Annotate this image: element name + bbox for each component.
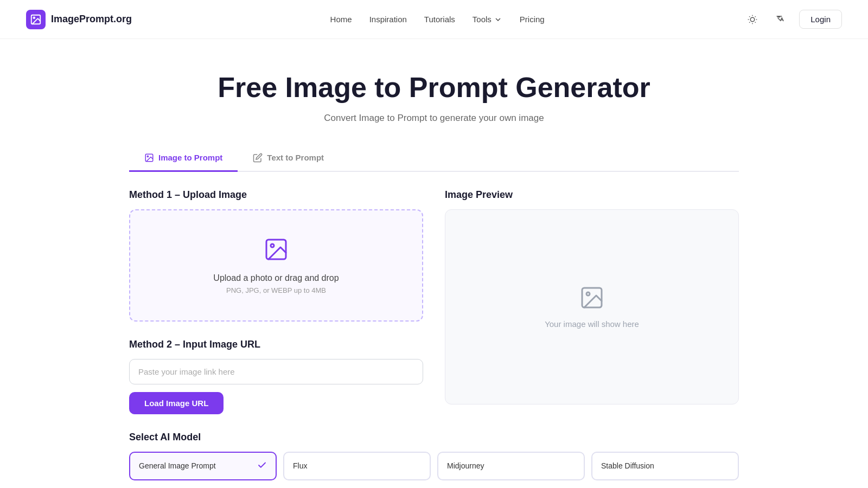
svg-point-2 <box>751 17 755 22</box>
model-check-icon <box>257 460 267 472</box>
nav-tutorials[interactable]: Tutorials <box>424 15 455 24</box>
nav-pricing[interactable]: Pricing <box>520 15 545 24</box>
hero-section: Free Image to Prompt Generator Convert I… <box>0 39 868 145</box>
language-toggle-button[interactable] <box>771 10 790 29</box>
svg-point-14 <box>271 244 274 247</box>
upload-subtext: PNG, JPG, or WEBP up to 4MB <box>143 286 409 294</box>
model-card-stable-diffusion[interactable]: Stable Diffusion <box>591 452 739 480</box>
right-panel: Image Preview Your image will show here <box>445 189 739 404</box>
model-section-title: Select AI Model <box>129 432 739 443</box>
hero-title: Free Image to Prompt Generator <box>26 72 842 104</box>
svg-point-12 <box>147 156 148 157</box>
load-url-button[interactable]: Load Image URL <box>129 392 224 414</box>
model-section: Select AI Model General Image Prompt Flu… <box>129 432 739 480</box>
tab-image-to-prompt[interactable]: Image to Prompt <box>129 145 238 172</box>
image-url-input[interactable] <box>129 359 423 384</box>
nav-tools-dropdown[interactable]: Tools <box>473 15 502 24</box>
logo-icon <box>26 10 46 29</box>
translate-icon <box>776 15 786 24</box>
upload-text: Upload a photo or drag and drop <box>143 273 409 283</box>
content-grid: Method 1 – Upload Image Upload a photo o… <box>129 189 739 414</box>
preview-section-title: Image Preview <box>445 189 739 201</box>
nav-inspiration[interactable]: Inspiration <box>369 15 407 24</box>
logo-text: ImagePrompt.org <box>51 14 132 25</box>
tabs-container: Image to Prompt Text to Prompt <box>129 145 739 172</box>
logo-link[interactable]: ImagePrompt.org <box>26 10 132 29</box>
main-container: Image to Prompt Text to Prompt Method 1 … <box>103 145 765 488</box>
image-preview-box: Your image will show here <box>445 209 739 404</box>
navbar: ImagePrompt.org Home Inspiration Tutoria… <box>0 0 868 39</box>
model-grid: General Image Prompt Flux Midjourney Sta… <box>129 452 739 480</box>
nav-links: Home Inspiration Tutorials Tools Pricing <box>330 15 545 24</box>
svg-line-9 <box>749 22 750 22</box>
model-card-flux[interactable]: Flux <box>283 452 431 480</box>
preview-placeholder: Your image will show here <box>545 285 639 329</box>
upload-section-title: Method 1 – Upload Image <box>129 189 423 201</box>
theme-toggle-button[interactable] <box>743 10 762 29</box>
sun-icon <box>748 15 757 24</box>
chevron-down-icon <box>494 15 502 24</box>
svg-point-1 <box>33 17 35 18</box>
text-tab-icon <box>253 153 263 163</box>
tab-text-to-prompt[interactable]: Text to Prompt <box>238 145 339 172</box>
login-button[interactable]: Login <box>799 10 842 29</box>
nav-home[interactable]: Home <box>330 15 352 24</box>
hero-subtitle: Convert Image to Prompt to generate your… <box>26 113 842 124</box>
url-section: Method 2 – Input Image URL Load Image UR… <box>129 339 423 414</box>
svg-point-16 <box>586 292 590 296</box>
left-panel: Method 1 – Upload Image Upload a photo o… <box>129 189 423 414</box>
model-card-general[interactable]: General Image Prompt <box>129 452 277 480</box>
upload-dropzone[interactable]: Upload a photo or drag and drop PNG, JPG… <box>129 209 423 322</box>
svg-line-10 <box>755 16 756 17</box>
url-section-title: Method 2 – Input Image URL <box>129 339 423 350</box>
upload-icon <box>143 236 409 265</box>
preview-image-icon <box>579 285 605 313</box>
model-card-midjourney[interactable]: Midjourney <box>437 452 585 480</box>
nav-right: Login <box>743 10 842 29</box>
svg-line-5 <box>749 16 750 17</box>
image-tab-icon <box>144 153 154 163</box>
svg-line-6 <box>755 22 756 22</box>
preview-placeholder-text: Your image will show here <box>545 319 639 329</box>
